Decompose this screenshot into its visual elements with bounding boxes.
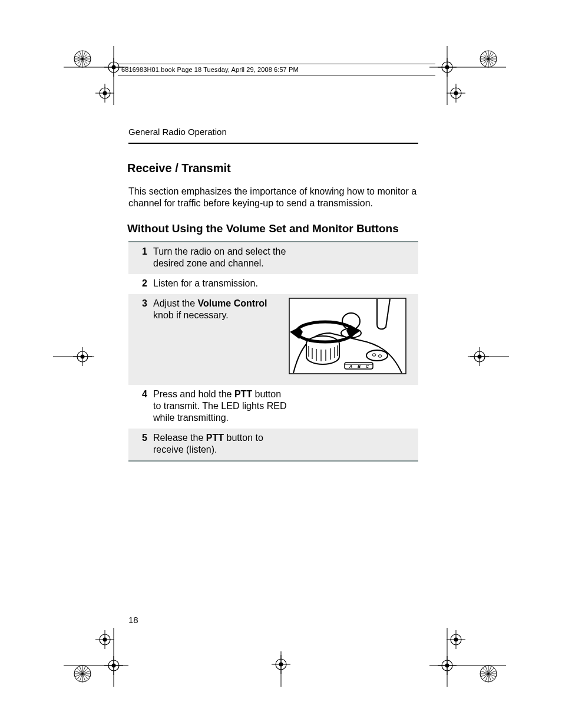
- subsection-title: Without Using the Volume Set and Monitor…: [127, 222, 418, 235]
- step-1-number: 1: [133, 246, 153, 258]
- svg-point-25: [480, 51, 497, 67]
- volume-knob-figure: A B C: [289, 298, 406, 374]
- svg-line-29: [482, 53, 494, 65]
- svg-line-90: [485, 666, 491, 681]
- svg-point-106: [366, 350, 388, 361]
- svg-point-45: [478, 355, 482, 359]
- svg-point-15: [100, 88, 110, 98]
- svg-point-60: [112, 664, 116, 668]
- section-title: Receive / Transmit: [127, 162, 418, 175]
- regmark-top-left: [64, 46, 128, 105]
- divider-rule: [128, 143, 418, 144]
- svg-line-8: [75, 56, 90, 62]
- step-2-number: 2: [133, 278, 153, 289]
- intro-paragraph: This section emphasizes the importance o…: [128, 186, 418, 209]
- page-number: 18: [128, 615, 138, 625]
- regmark-top-right: [429, 46, 506, 105]
- step-2-text: Listen for a transmission.: [153, 278, 389, 289]
- regmark-mid-left: [53, 345, 94, 368]
- svg-point-16: [103, 91, 107, 95]
- svg-line-28: [482, 53, 494, 65]
- svg-point-22: [445, 65, 449, 70]
- svg-point-40: [81, 355, 85, 359]
- svg-point-82: [480, 666, 497, 682]
- svg-point-39: [77, 351, 88, 362]
- svg-line-6: [77, 53, 88, 65]
- svg-point-44: [474, 351, 485, 362]
- step-3-text: Adjust the Volume Control knob if necess…: [153, 298, 289, 321]
- svg-line-7: [75, 56, 90, 62]
- svg-point-78: [451, 634, 461, 645]
- header-stamp: 6816983H01.book Page 18 Tuesday, April 2…: [118, 64, 435, 75]
- svg-point-79: [454, 638, 458, 642]
- svg-point-12: [112, 65, 116, 70]
- step-4-text: Press and hold the PTT button to transmi…: [153, 388, 289, 424]
- svg-point-34: [451, 88, 461, 98]
- svg-line-89: [485, 666, 491, 681]
- svg-line-54: [77, 668, 88, 680]
- svg-line-57: [80, 666, 85, 681]
- step-1: 1 Turn the radio on and select the desir…: [128, 242, 418, 274]
- svg-line-9: [80, 51, 85, 67]
- svg-point-74: [442, 660, 452, 671]
- figure-label-b: B: [358, 364, 361, 368]
- svg-line-85: [482, 668, 494, 680]
- regmark-bottom-right: [429, 628, 506, 687]
- svg-line-53: [77, 668, 88, 680]
- step-4: 4 Press and hold the PTT button to trans…: [128, 385, 418, 429]
- svg-line-5: [77, 53, 88, 65]
- svg-line-31: [481, 56, 496, 62]
- step-3: 3 Adjust the Volume Control knob if nece…: [128, 294, 418, 385]
- svg-point-59: [108, 660, 119, 671]
- svg-point-75: [445, 664, 449, 668]
- step-3-number: 3: [133, 298, 153, 309]
- svg-line-87: [481, 671, 496, 677]
- svg-line-30: [481, 56, 496, 62]
- running-head: General Radio Operation: [128, 127, 418, 137]
- steps-block: 1 Turn the radio on and select the desir…: [128, 241, 418, 462]
- content-column: General Radio Operation Receive / Transm…: [128, 127, 418, 462]
- svg-line-86: [482, 668, 494, 680]
- svg-point-2: [74, 51, 91, 67]
- svg-point-35: [454, 91, 458, 95]
- step-4-number: 4: [133, 388, 153, 400]
- regmark-bottom-center: [257, 651, 305, 687]
- page: 6816983H01.book Page 18 Tuesday, April 2…: [0, 0, 562, 728]
- svg-line-88: [481, 671, 496, 677]
- svg-point-21: [442, 62, 452, 73]
- step-2: 2 Listen for a transmission.: [128, 274, 418, 294]
- step-5-number: 5: [133, 432, 153, 444]
- figure-label-a: A: [349, 364, 352, 368]
- step-5: 5 Release the PTT button to receive (lis…: [128, 429, 418, 460]
- svg-line-56: [75, 671, 90, 677]
- regmark-bottom-left: [64, 628, 128, 687]
- svg-line-58: [80, 666, 85, 681]
- svg-point-68: [276, 659, 286, 670]
- svg-point-69: [279, 663, 283, 667]
- step-1-text: Turn the radio on and select the desired…: [153, 246, 289, 269]
- step-5-text: Release the PTT button to receive (liste…: [153, 432, 289, 456]
- svg-line-32: [485, 51, 491, 67]
- svg-point-64: [103, 638, 107, 642]
- svg-point-63: [100, 634, 110, 645]
- regmark-mid-right: [468, 345, 509, 368]
- svg-point-50: [74, 666, 91, 682]
- svg-line-55: [75, 671, 90, 677]
- svg-line-10: [80, 51, 85, 67]
- svg-line-33: [485, 51, 491, 67]
